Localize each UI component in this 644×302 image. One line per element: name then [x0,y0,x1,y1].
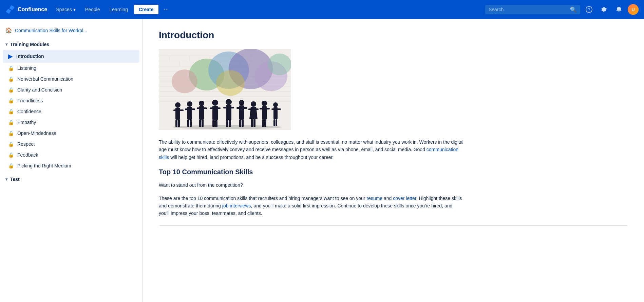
svg-point-79 [273,102,278,107]
svg-rect-36 [175,120,177,127]
training-section-label: Training Modules [10,42,49,47]
lock-icon: 🔒 [8,130,14,136]
main-content: Introduction [143,19,644,302]
svg-point-73 [262,101,267,106]
sidebar-item-listening-label: Listening [17,65,36,71]
sidebar-item-clarity[interactable]: 🔒 Clarity and Concision [3,84,139,95]
sidebar-item-friendliness[interactable]: 🔒 Friendliness [3,95,139,106]
sidebar-item-medium-label: Picking the Right Medium [17,163,71,168]
spaces-label: Spaces [56,7,72,12]
svg-rect-52 [210,107,214,109]
logo-text: Confluence [18,6,47,13]
svg-point-38 [187,101,192,107]
svg-rect-83 [273,119,275,126]
lock-icon: 🔒 [8,141,14,147]
test-section: Test [0,174,142,185]
sidebar-item-empathy[interactable]: 🔒 Empathy [3,117,139,128]
svg-rect-84 [276,119,277,126]
learning-label: Learning [109,7,128,12]
lock-icon: 🔒 [8,98,14,103]
svg-rect-35 [179,109,184,111]
test-section-header[interactable]: Test [3,174,139,185]
svg-rect-82 [277,108,281,110]
search-bar[interactable]: 🔍 [485,5,580,14]
training-section: Training Modules ▶ Introduction 🔒 Listen… [0,39,142,171]
sidebar-item-listening[interactable]: 🔒 Listening [3,63,139,74]
search-icon: 🔍 [570,6,577,13]
svg-point-68 [251,101,256,107]
lock-icon: 🔒 [8,152,14,158]
sidebar-item-friendliness-label: Friendliness [17,98,43,103]
lock-icon: 🔒 [8,65,14,71]
svg-rect-47 [203,107,207,109]
svg-point-32 [175,102,181,108]
sidebar-item-feedback[interactable]: 🔒 Feedback [3,149,139,160]
cover-letter-link[interactable]: cover letter [393,196,416,201]
sidebar-breadcrumb[interactable]: 🏠 Communication Skills for Workpl... [0,24,142,39]
sidebar-item-openmindedness[interactable]: 🔒 Open-Mindedness [3,128,139,139]
page-title: Introduction [159,30,628,41]
sidebar-item-nonverbal-label: Nonverbal Communication [17,76,73,82]
people-menu[interactable]: People [82,5,103,14]
home-icon: 🏠 [5,27,12,34]
svg-rect-58 [223,107,228,108]
spaces-menu[interactable]: Spaces ▾ [53,5,79,14]
spaces-arrow: ▾ [73,7,76,12]
svg-point-62 [239,100,244,105]
svg-point-29 [172,69,197,93]
resume-link[interactable]: resume [366,196,382,201]
svg-rect-64 [236,107,241,109]
sidebar-item-introduction[interactable]: ▶ Introduction [3,50,139,63]
search-input[interactable] [489,7,568,12]
lock-icon: 🔒 [8,120,14,125]
sidebar-item-confidence[interactable]: 🔒 Confidence [3,106,139,117]
more-button[interactable]: ··· [161,5,172,15]
help-icon[interactable]: ? [583,5,595,14]
lock-icon: 🔒 [8,76,14,82]
test-section-arrow [5,177,7,182]
sidebar-item-nonverbal[interactable]: 🔒 Nonverbal Communication [3,74,139,84]
training-section-header[interactable]: Training Modules [3,39,139,50]
notifications-icon[interactable] [613,5,625,14]
sidebar-item-empathy-label: Empathy [17,120,36,125]
svg-rect-69 [248,108,252,110]
sidebar-item-introduction-label: Introduction [16,54,44,59]
test-section-label: Test [10,177,20,182]
lock-icon: 🔒 [8,163,14,168]
sidebar-item-medium[interactable]: 🔒 Picking the Right Medium [3,160,139,171]
svg-rect-34 [173,109,177,111]
create-button[interactable]: Create [134,5,158,14]
svg-rect-46 [197,107,201,109]
communication-skills-link[interactable]: communication skills [159,147,458,160]
page-body: The ability to communicate effectively w… [159,138,464,217]
learning-menu[interactable]: Learning [106,5,131,14]
svg-rect-41 [191,108,195,110]
user-avatar[interactable]: U [628,4,639,15]
sidebar: 🏠 Communication Skills for Workpl... Tra… [0,19,143,302]
content-divider [159,225,628,226]
svg-rect-70 [254,108,259,110]
svg-rect-40 [185,108,189,110]
top-navigation: Confluence Spaces ▾ People Learning Crea… [0,0,644,19]
breadcrumb-label: Communication Skills for Workpl... [15,28,87,33]
lock-icon: 🔒 [8,109,14,114]
people-label: People [85,7,100,12]
sidebar-item-clarity-label: Clarity and Concision [17,87,62,93]
sidebar-item-confidence-label: Confidence [17,109,41,114]
section2-para1: Want to stand out from the competition? [159,181,464,189]
sidebar-item-respect[interactable]: 🔒 Respect [3,139,139,149]
job-interviews-link[interactable]: job interviews [222,203,251,208]
section2-heading: Top 10 Communication Skills [159,166,464,177]
svg-rect-76 [266,108,270,109]
intro-paragraph: The ability to communicate effectively w… [159,138,464,161]
svg-rect-59 [230,107,234,108]
settings-icon[interactable] [598,5,610,14]
page-layout: 🏠 Communication Skills for Workpl... Tra… [0,19,644,302]
confluence-logo[interactable]: Confluence [5,5,47,14]
svg-point-85 [173,125,281,129]
lock-icon: 🔒 [8,87,14,93]
sidebar-item-respect-label: Respect [17,141,35,147]
svg-point-50 [212,100,218,106]
svg-point-56 [226,99,232,105]
section-collapse-arrow [5,42,7,47]
